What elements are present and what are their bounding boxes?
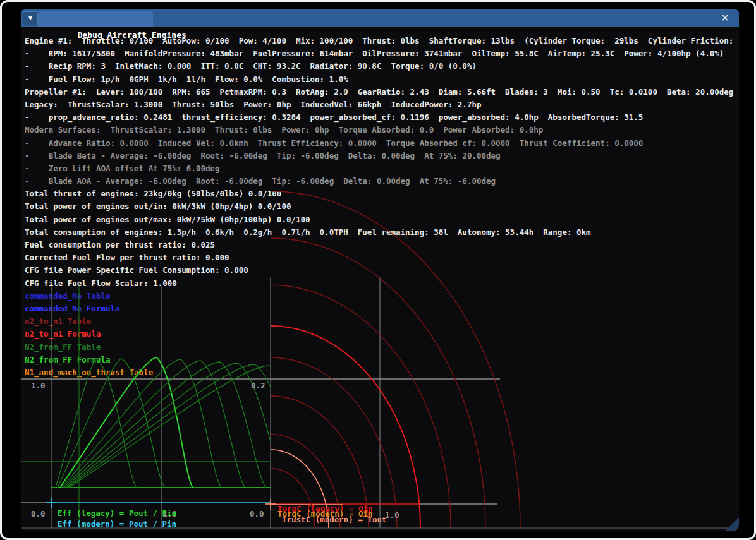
console-line: Modern Surfaces: ThrustScalar: 1.3000 Th… <box>25 124 738 136</box>
chevron-down-icon: ▼ <box>27 15 34 21</box>
console-line: Propeller #1: Lever: 100/100 RPM: 665 Pc… <box>25 86 738 99</box>
axis-tick-label: 1.0 <box>385 511 399 520</box>
curve-legend-item: N1_and_mach_on_thrust Table <box>25 366 738 379</box>
screen-frame: ▼ Debug Aircraft Engines ✕ Engine #1: Th… <box>0 0 756 540</box>
curve-legend-item: N2_from_FF Table <box>25 341 738 354</box>
chart-formula-label: TorqC (legacy) = Qin <box>277 505 373 513</box>
axis-tick-label: 0.0 <box>31 510 46 519</box>
console-line: - RPM: 1617/5800 ManifoldPressure: 483mb… <box>25 47 738 60</box>
debug-window: ▼ Debug Aircraft Engines ✕ Engine #1: Th… <box>21 9 739 531</box>
console-line: - Advance Ratio: 0.0000 Induced Vel: 0.0… <box>25 137 738 150</box>
close-icon[interactable]: ✕ <box>719 12 731 25</box>
console-line: - Blade Beta - Average: -6.00deg Root: -… <box>25 150 738 162</box>
console-line: Legacy: ThrustScalar: 1.3000 Thrust: 50l… <box>25 99 738 111</box>
chart-formula-label: TorqC (modern) = Qin <box>277 510 373 519</box>
console-line: CFG file Power Specific Fuel Consumption… <box>25 264 738 277</box>
chart-formula-label: Eff (modern) = Pout / Pin <box>58 520 176 529</box>
curve-legend-item: N2_from_FF Formula <box>25 354 738 366</box>
console-output: Engine #1: Throttle: 0/100 AutoPow: 0/10… <box>25 35 738 379</box>
axis-tick-label: 1.0 <box>162 510 177 519</box>
window-title-tab[interactable]: Debug Aircraft Engines <box>38 11 153 27</box>
console-line: - Recip RPM: 3 InletMach: 0.000 ITT: 0.0… <box>25 60 738 73</box>
console-line: Total consumption of engines: 1.3p/h 0.6… <box>25 226 738 239</box>
dropdown-button[interactable]: ▼ <box>23 11 38 25</box>
curve-legend-item: commanded_Ne Formula <box>25 303 738 315</box>
axis-tick-label: 1.0 <box>31 381 46 390</box>
titlebar[interactable]: ▼ Debug Aircraft Engines ✕ <box>21 9 739 27</box>
console-line: CFG file Fuel Flow Scalar: 1.000 <box>25 277 738 290</box>
axis-tick-label: 0.0 <box>250 510 264 519</box>
chart-formula-label: Eff (legacy) = Pout / Pin <box>58 509 176 518</box>
curve-legend-item: n2_to_n1 Table <box>25 315 738 328</box>
curve-legend-item: n2_to_n1 Formula <box>25 328 738 340</box>
console-line: Corrected Fuel Flow per thrust ratio: 0.… <box>25 251 738 264</box>
console-line: - Blade AOA - Average: -6.00deg Root: -6… <box>25 175 738 188</box>
console-line: Total thrust of engines: 23kg/0kg (50lbs… <box>25 188 738 200</box>
console-line: Total power of engines out/in: 0kW/3kW (… <box>25 200 738 213</box>
console-line: Engine #1: Throttle: 0/100 AutoPow: 0/10… <box>25 35 738 47</box>
resize-handle[interactable] <box>725 517 739 531</box>
console-line: - prop_advance_ratio: 0.2481 thrust_effi… <box>25 111 738 124</box>
console-line: Fuel consumption per thrust ratio: 0.025 <box>25 239 738 251</box>
curve-legend-item: commanded_Ne Table <box>25 290 738 303</box>
console-line: Total power of engines out/max: 0kW/75kW… <box>25 213 738 226</box>
axis-tick-label: 0.2 <box>251 381 265 390</box>
console-line: - Fuel Flow: 1p/h 0GPH 1k/h 1l/h Flow: 0… <box>25 73 738 86</box>
chart-formula-label: TrustC (modern) = Tout <box>282 515 387 524</box>
console-line: - Zero Lift AOA offset At 75%: 6.00deg <box>25 162 738 175</box>
